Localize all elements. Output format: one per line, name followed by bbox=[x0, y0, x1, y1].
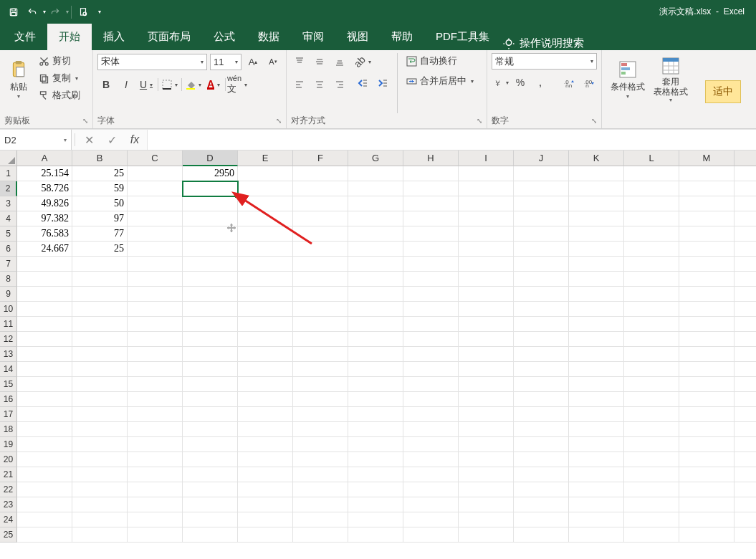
cell[interactable] bbox=[459, 257, 514, 272]
row-header[interactable]: 19 bbox=[0, 437, 17, 452]
cell[interactable] bbox=[679, 467, 735, 482]
tab-formula[interactable]: 公式 bbox=[202, 24, 247, 50]
cell[interactable] bbox=[514, 332, 569, 347]
cell[interactable] bbox=[624, 407, 679, 422]
cell[interactable] bbox=[403, 392, 459, 407]
cell[interactable] bbox=[403, 211, 459, 226]
increase-indent-button[interactable] bbox=[374, 75, 391, 92]
cell[interactable] bbox=[679, 332, 735, 347]
cell[interactable] bbox=[514, 377, 569, 392]
cell[interactable] bbox=[293, 527, 348, 543]
cell[interactable] bbox=[293, 166, 348, 181]
cell[interactable] bbox=[624, 332, 679, 347]
cell[interactable] bbox=[183, 181, 238, 196]
cell[interactable] bbox=[403, 452, 459, 467]
cell[interactable] bbox=[403, 242, 459, 257]
cell[interactable] bbox=[735, 452, 756, 467]
cell[interactable] bbox=[348, 287, 403, 302]
cell[interactable] bbox=[17, 362, 72, 377]
cell[interactable] bbox=[293, 196, 348, 211]
column-header[interactable]: L bbox=[624, 150, 679, 166]
row-header[interactable]: 22 bbox=[0, 482, 17, 497]
cell[interactable] bbox=[735, 512, 756, 527]
cell[interactable] bbox=[17, 407, 72, 422]
cell[interactable] bbox=[183, 407, 238, 422]
cell[interactable] bbox=[403, 196, 459, 211]
cell[interactable] bbox=[735, 347, 756, 362]
cell[interactable] bbox=[569, 347, 624, 362]
cell[interactable] bbox=[72, 527, 128, 543]
cell[interactable] bbox=[72, 287, 128, 302]
cell[interactable] bbox=[348, 257, 403, 272]
cell[interactable] bbox=[459, 497, 514, 512]
row-header[interactable]: 11 bbox=[0, 317, 17, 332]
cell[interactable] bbox=[514, 362, 569, 377]
row-header[interactable]: 15 bbox=[0, 377, 17, 392]
cell[interactable]: 58.726 bbox=[17, 181, 72, 196]
border-button[interactable]: ▾ bbox=[161, 76, 178, 93]
cell[interactable] bbox=[238, 257, 293, 272]
cell[interactable] bbox=[624, 302, 679, 317]
cell[interactable] bbox=[569, 257, 624, 272]
cell[interactable] bbox=[459, 332, 514, 347]
column-header[interactable]: G bbox=[348, 150, 403, 166]
cell[interactable] bbox=[459, 467, 514, 482]
cell[interactable]: 25 bbox=[72, 166, 128, 181]
cell[interactable] bbox=[624, 226, 679, 242]
cell[interactable] bbox=[569, 242, 624, 257]
cell[interactable] bbox=[624, 272, 679, 287]
cell[interactable] bbox=[679, 362, 735, 377]
cell[interactable] bbox=[679, 347, 735, 362]
cell[interactable]: 24.667 bbox=[17, 242, 72, 257]
cell[interactable] bbox=[624, 181, 679, 196]
cell[interactable] bbox=[679, 317, 735, 332]
cell[interactable] bbox=[679, 211, 735, 226]
cell[interactable] bbox=[514, 452, 569, 467]
cell[interactable]: 50 bbox=[72, 196, 128, 211]
cell[interactable] bbox=[238, 437, 293, 452]
cell[interactable] bbox=[183, 362, 238, 377]
column-header[interactable]: E bbox=[238, 150, 293, 166]
row-header[interactable]: 7 bbox=[0, 257, 17, 272]
cell[interactable] bbox=[238, 242, 293, 257]
cell[interactable] bbox=[17, 272, 72, 287]
cell[interactable] bbox=[514, 196, 569, 211]
cell[interactable] bbox=[238, 317, 293, 332]
row-header[interactable]: 13 bbox=[0, 347, 17, 362]
cell[interactable] bbox=[293, 392, 348, 407]
cell[interactable] bbox=[128, 512, 183, 527]
cell[interactable] bbox=[238, 196, 293, 211]
cell[interactable] bbox=[348, 332, 403, 347]
cell[interactable] bbox=[183, 196, 238, 211]
cell[interactable] bbox=[735, 287, 756, 302]
cell[interactable] bbox=[514, 512, 569, 527]
cell[interactable] bbox=[128, 497, 183, 512]
tab-home[interactable]: 开始 bbox=[47, 24, 92, 50]
cell[interactable] bbox=[293, 377, 348, 392]
cell[interactable] bbox=[679, 497, 735, 512]
cell[interactable] bbox=[569, 512, 624, 527]
cell[interactable] bbox=[735, 437, 756, 452]
cell[interactable] bbox=[514, 527, 569, 543]
cell[interactable] bbox=[403, 362, 459, 377]
print-preview-button[interactable] bbox=[74, 3, 92, 22]
cell[interactable] bbox=[403, 332, 459, 347]
cell[interactable] bbox=[183, 302, 238, 317]
cell[interactable] bbox=[735, 196, 756, 211]
cell[interactable] bbox=[735, 211, 756, 226]
cell[interactable]: 76.583 bbox=[17, 226, 72, 242]
cell[interactable] bbox=[128, 392, 183, 407]
cell[interactable] bbox=[569, 166, 624, 181]
cell[interactable] bbox=[348, 482, 403, 497]
row-header[interactable]: 6 bbox=[0, 242, 17, 257]
cell[interactable] bbox=[569, 287, 624, 302]
format-painter-button[interactable]: 格式刷 bbox=[36, 87, 83, 103]
customize-qa-dropdown[interactable]: ▾ bbox=[97, 9, 101, 15]
cell[interactable] bbox=[679, 181, 735, 196]
cell[interactable] bbox=[183, 452, 238, 467]
cell[interactable] bbox=[569, 362, 624, 377]
cell[interactable] bbox=[72, 422, 128, 437]
italic-button[interactable]: I bbox=[118, 76, 135, 93]
cell[interactable] bbox=[128, 242, 183, 257]
cell[interactable] bbox=[459, 452, 514, 467]
